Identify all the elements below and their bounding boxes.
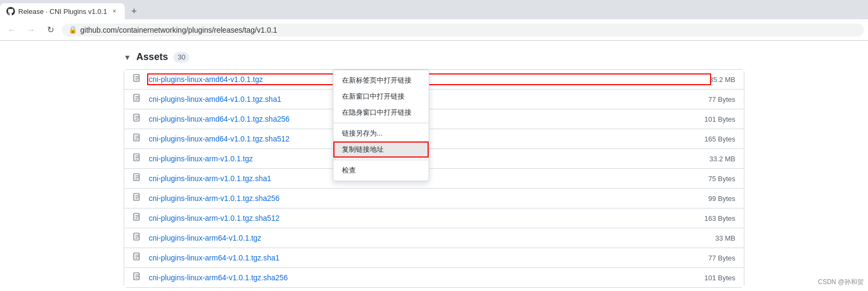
table-row: cni-plugins-linux-amd64-v1.0.1.tgz.sha51…: [124, 129, 744, 149]
active-tab[interactable]: Release · CNI Plugins v1.0.1 ×: [0, 3, 125, 19]
file-icon: [133, 153, 143, 164]
file-icon: [133, 213, 143, 223]
tab-title: Release · CNI Plugins v1.0.1: [18, 8, 107, 16]
context-menu-separator-2: [333, 160, 429, 160]
context-menu-inspect[interactable]: 检查: [333, 162, 429, 178]
asset-size-1: 77 Bytes: [708, 95, 735, 103]
browser-chrome: Release · CNI Plugins v1.0.1 × + ← → ↻ 🔒…: [0, 0, 868, 291]
assets-toggle[interactable]: ▼: [124, 53, 131, 62]
asset-size-10: 101 Bytes: [704, 274, 735, 282]
table-row: cni-plugins-linux-arm-v1.0.1.tgz.sha1 75…: [124, 169, 744, 189]
asset-size-4: 33.2 MB: [710, 155, 735, 163]
forward-button[interactable]: →: [24, 23, 39, 38]
back-button[interactable]: ←: [4, 23, 19, 38]
file-icon: [133, 233, 143, 243]
url-text: github.com/containernetworking/plugins/r…: [80, 26, 277, 34]
asset-link-6[interactable]: cni-plugins-linux-arm-v1.0.1.tgz.sha256: [149, 194, 708, 203]
asset-link-8[interactable]: cni-plugins-linux-arm64-v1.0.1.tgz: [149, 234, 715, 242]
table-row: cni-plugins-linux-amd64-v1.0.1.tgz.sha25…: [124, 109, 744, 129]
tab-bar: Release · CNI Plugins v1.0.1 × +: [0, 0, 868, 19]
asset-link-10[interactable]: cni-plugins-linux-arm64-v1.0.1.tgz.sha25…: [149, 273, 704, 282]
table-row: cni-plugins-linux-amd64-v1.0.1.tgz 35.2 …: [124, 70, 744, 89]
asset-size-7: 163 Bytes: [704, 214, 735, 222]
asset-link-9[interactable]: cni-plugins-linux-arm64-v1.0.1.tgz.sha1: [149, 253, 708, 262]
file-icon: [133, 252, 143, 263]
file-icon: [133, 272, 143, 283]
file-icon: [133, 133, 143, 144]
asset-size-6: 99 Bytes: [708, 195, 735, 203]
asset-size-0: 35.2 MB: [710, 76, 735, 84]
assets-count: 30: [173, 52, 189, 63]
context-menu-open-new-window[interactable]: 在新窗口中打开链接: [333, 88, 429, 105]
asset-size-8: 33 MB: [715, 234, 735, 242]
assets-list: cni-plugins-linux-amd64-v1.0.1.tgz 35.2 …: [124, 69, 744, 288]
asset-size-5: 75 Bytes: [708, 175, 735, 183]
context-menu-copy-link[interactable]: 复制链接地址: [333, 141, 429, 158]
context-menu-open-new-tab[interactable]: 在新标签页中打开链接: [333, 72, 429, 88]
asset-size-3: 165 Bytes: [704, 135, 735, 143]
assets-container: ▼ Assets 30 cni-plugins-linux-amd64-v1.0…: [113, 51, 755, 288]
table-row: cni-plugins-linux-arm-v1.0.1.tgz 33.2 MB: [124, 149, 744, 169]
asset-size-2: 101 Bytes: [704, 115, 735, 123]
file-icon: [133, 193, 143, 204]
context-menu-open-incognito[interactable]: 在隐身窗口中打开链接: [333, 105, 429, 121]
table-row: cni-plugins-linux-arm64-v1.0.1.tgz.sha1 …: [124, 248, 744, 268]
watermark: CSDN @孙和贺: [818, 278, 864, 287]
assets-title: Assets: [136, 51, 168, 63]
file-icon: [133, 74, 143, 85]
asset-size-9: 77 Bytes: [708, 254, 735, 262]
table-row: cni-plugins-linux-arm64-v1.0.1.tgz.sha25…: [124, 268, 744, 287]
table-row: cni-plugins-linux-arm64-v1.0.1.tgz 33 MB: [124, 228, 744, 248]
lock-icon: 🔒: [68, 26, 77, 34]
table-row: cni-plugins-linux-arm-v1.0.1.tgz.sha512 …: [124, 208, 744, 228]
file-icon: [133, 94, 143, 105]
context-menu: 在新标签页中打开链接 在新窗口中打开链接 在隐身窗口中打开链接 链接另存为...…: [333, 70, 429, 181]
tab-favicon: [6, 7, 15, 16]
file-icon: [133, 114, 143, 124]
asset-link-7[interactable]: cni-plugins-linux-arm-v1.0.1.tgz.sha512: [149, 214, 704, 222]
context-menu-save-link[interactable]: 链接另存为...: [333, 125, 429, 141]
context-menu-separator-1: [333, 123, 429, 123]
refresh-button[interactable]: ↻: [43, 23, 58, 38]
new-tab-button[interactable]: +: [127, 4, 141, 19]
table-row: cni-plugins-linux-amd64-v1.0.1.tgz.sha1 …: [124, 89, 744, 109]
address-bar: ← → ↻ 🔒 github.com/containernetworking/p…: [0, 19, 868, 41]
table-row: cni-plugins-linux-arm-v1.0.1.tgz.sha256 …: [124, 189, 744, 208]
page-content: ▼ Assets 30 cni-plugins-linux-amd64-v1.0…: [0, 41, 868, 291]
url-bar[interactable]: 🔒 github.com/containernetworking/plugins…: [62, 24, 864, 36]
assets-header: ▼ Assets 30: [124, 51, 744, 63]
tab-close-button[interactable]: ×: [110, 6, 118, 16]
file-icon: [133, 173, 143, 184]
